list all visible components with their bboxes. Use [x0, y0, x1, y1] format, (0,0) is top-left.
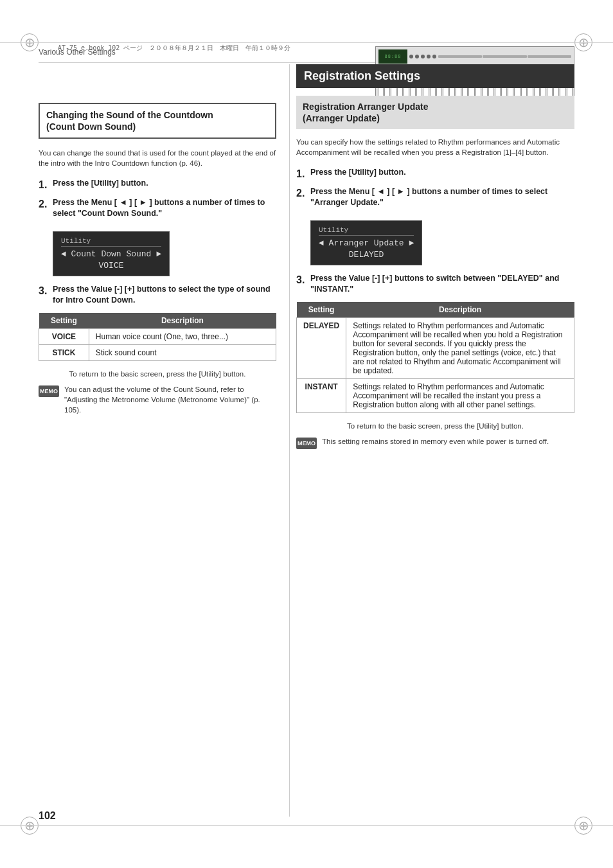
top-border [0, 42, 613, 43]
lcd2-bottom: DELAYED [319, 250, 414, 260]
arranger-step3: 3. Press the Value [-] [+] buttons to sw… [296, 273, 574, 296]
countdown-steps: 1. Press the [Utility] button. 2. Press … [39, 178, 276, 220]
table-row: DELAYED Settings related to Rhythm perfo… [297, 317, 574, 378]
lcd2-row: ◄ Arranger Update ► [319, 238, 414, 248]
setting-stick: STICK [39, 344, 89, 360]
step-content-2: Press the Menu [ ◄ ] [ ► ] buttons a num… [53, 197, 276, 220]
arranger-memo: MEMO This setting remains stored in memo… [296, 436, 574, 449]
lcd2-value: ◄ Arranger Update ► [319, 238, 414, 248]
step-num-2: 2. [39, 197, 53, 220]
desc-voice: Human voice count (One, two, three...) [89, 328, 276, 344]
right-column: Registration Settings Registration Arran… [289, 64, 574, 817]
step-2: 2. Press the Menu [ ◄ ] [ ► ] buttons a … [39, 197, 276, 220]
arranger-table: Setting Description DELAYED Settings rel… [296, 302, 574, 413]
right-step-num-1: 1. [296, 167, 310, 181]
memo-icon-right: MEMO [296, 438, 317, 449]
table-header-desc: Description [89, 313, 276, 329]
right-step-content-1: Press the [Utility] button. [310, 167, 574, 181]
lcd1-bottom: VOICE [61, 261, 161, 270]
setting-delayed: DELAYED [297, 317, 346, 378]
countdown-step3: 3. Press the Value [-] [+] buttons to se… [39, 284, 276, 306]
right-step-content-3: Press the Value [-] [+] buttons to switc… [310, 273, 574, 296]
lcd2-title: Utility [319, 226, 414, 236]
right-step-num-3: 3. [296, 273, 310, 296]
arranger-note: To return to the basic screen, press the… [296, 421, 574, 431]
right-step-num-2: 2. [296, 186, 310, 209]
bottom-border [0, 825, 613, 826]
countdown-table: Setting Description VOICE Human voice co… [39, 313, 276, 361]
setting-instant: INSTANT [297, 378, 346, 412]
left-column: Changing the Sound of the Countdown (Cou… [39, 64, 289, 817]
step-num-1: 1. [39, 178, 53, 192]
page-number: 102 [39, 810, 56, 822]
step-3: 3. Press the Value [-] [+] buttons to se… [39, 284, 276, 306]
memo-icon-left: MEMO [39, 385, 59, 397]
step-1: 1. Press the [Utility] button. [39, 178, 276, 192]
step-num-3: 3. [39, 284, 53, 306]
reg-settings-header: Registration Settings [296, 64, 574, 88]
table-row: INSTANT Settings related to Rhythm perfo… [297, 378, 574, 412]
desc-stick: Stick sound count [89, 344, 276, 360]
reg-mark-br [574, 817, 592, 835]
lcd1-value: ◄ Count Down Sound ► [61, 249, 161, 259]
lcd-display-2: Utility ◄ Arranger Update ► DELAYED [310, 220, 422, 265]
countdown-section-box: Changing the Sound of the Countdown (Cou… [39, 103, 276, 139]
step-content-1: Press the [Utility] button. [53, 178, 276, 192]
right-table-header-setting: Setting [297, 302, 346, 318]
step-content-3: Press the Value [-] [+] buttons to selec… [53, 284, 276, 306]
countdown-intro: You can change the sound that is used fo… [39, 148, 276, 168]
right-step-1: 1. Press the [Utility] button. [296, 167, 574, 181]
countdown-title: Changing the Sound of the Countdown (Cou… [46, 109, 269, 132]
memo-text-left: You can adjust the volume of the Count S… [64, 384, 276, 415]
table-row: VOICE Human voice count (One, two, three… [39, 328, 276, 344]
arranger-update-title: Registration Arranger Update (Arranger U… [303, 101, 568, 124]
right-step-2: 2. Press the Menu [ ◄ ] [ ► ] buttons a … [296, 186, 574, 209]
desc-delayed: Settings related to Rhythm performances … [346, 317, 574, 378]
main-content: Changing the Sound of the Countdown (Cou… [39, 64, 574, 817]
memo-text-right: This setting remains stored in memory ev… [322, 436, 549, 447]
lcd1-title: Utility [61, 237, 161, 247]
right-step-3: 3. Press the Value [-] [+] buttons to sw… [296, 273, 574, 296]
table-row: STICK Stick sound count [39, 344, 276, 360]
setting-voice: VOICE [39, 328, 89, 344]
arranger-intro: You can specify how the settings related… [296, 137, 574, 157]
reg-settings-title: Registration Settings [304, 69, 567, 83]
right-table-header-desc: Description [346, 302, 574, 318]
header-metadata: AT-75_e.book 102 ページ ２００８年８月２１日 木曜日 午前１０… [58, 44, 290, 53]
table-header-setting: Setting [39, 313, 89, 329]
lcd1-row: ◄ Count Down Sound ► [61, 249, 161, 259]
countdown-note: To return to the basic screen, press the… [39, 369, 276, 379]
arranger-steps: 1. Press the [Utility] button. 2. Press … [296, 167, 574, 209]
right-step-content-2: Press the Menu [ ◄ ] [ ► ] buttons a num… [310, 186, 574, 209]
arranger-update-box: Registration Arranger Update (Arranger U… [296, 96, 574, 129]
desc-instant: Settings related to Rhythm performances … [346, 378, 574, 412]
reg-mark-bl [21, 817, 39, 835]
lcd-display-1: Utility ◄ Count Down Sound ► VOICE [53, 231, 170, 276]
countdown-memo: MEMO You can adjust the volume of the Co… [39, 384, 276, 415]
